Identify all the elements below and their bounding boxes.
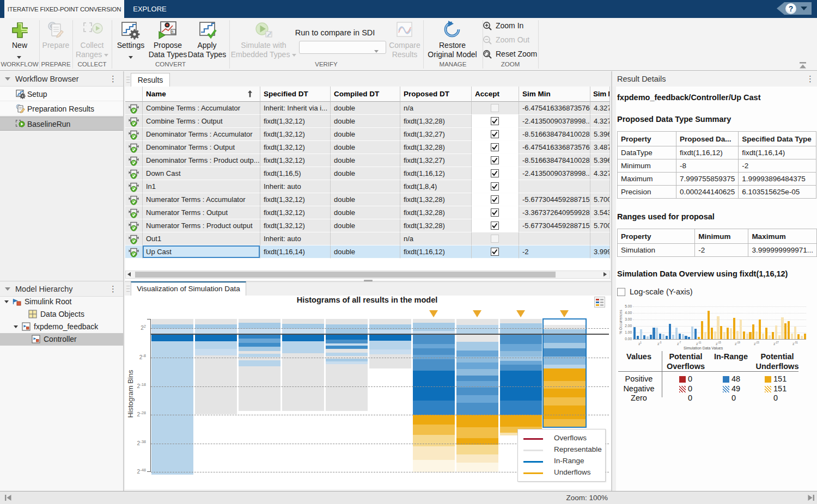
svg-text:·: ·	[86, 24, 87, 28]
svg-text:fi: fi	[172, 30, 174, 34]
